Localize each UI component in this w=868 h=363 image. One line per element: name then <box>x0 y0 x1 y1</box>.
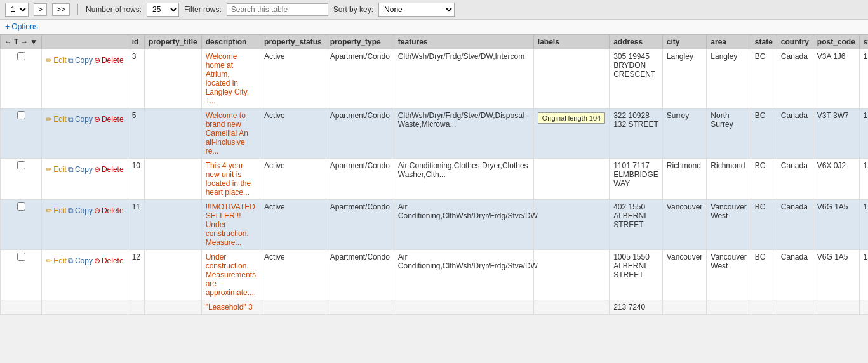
cell-city: Surrey <box>662 109 706 159</box>
cell-id: 5 <box>128 109 144 159</box>
copy-button[interactable]: ⧉Copy <box>68 206 93 215</box>
cell-property-title <box>144 159 201 200</box>
action-cell: ✏Edit⧉Copy⊖Delete <box>42 200 128 250</box>
delete-button[interactable]: ⊖Delete <box>94 56 124 65</box>
cell-status: 1 <box>859 50 868 109</box>
row-checkbox[interactable] <box>17 161 25 169</box>
cell-status: 1 <box>859 109 868 159</box>
cell-features: ClthWsh/Dryr/Frdg/Stve/DW,Disposal - Was… <box>394 109 533 159</box>
col-header-labels[interactable]: labels <box>533 35 609 50</box>
cell-id: 10 <box>128 159 144 200</box>
delete-label: Delete <box>102 165 124 174</box>
delete-label: Delete <box>102 56 124 65</box>
delete-button[interactable]: ⊖Delete <box>94 256 124 265</box>
col-header-description[interactable]: description <box>201 35 260 50</box>
edit-button[interactable]: ✏Edit <box>46 256 67 265</box>
edit-button[interactable]: ✏Edit <box>46 165 67 174</box>
table-row: ✏Edit⧉Copy⊖Delete3Welcome home at Atrium… <box>1 50 869 109</box>
row-checkbox[interactable] <box>17 52 25 60</box>
col-header-property-title[interactable]: property_title <box>144 35 201 50</box>
table-row: ✏Edit⧉Copy⊖Delete11!!!MOTIVATED SELLER!!… <box>1 200 869 250</box>
cell-city <box>662 300 706 315</box>
col-header-id[interactable]: id <box>128 35 144 50</box>
cell-features: ClthWsh/Dryr/Frdg/Stve/DW,Intercom <box>394 50 533 109</box>
checkbox-cell <box>1 300 42 315</box>
delete-label: Delete <box>102 256 124 265</box>
cell-description: This 4 year new unit is located in the h… <box>201 159 260 200</box>
col-header-country[interactable]: country <box>777 35 813 50</box>
edit-button[interactable]: ✏Edit <box>46 115 67 124</box>
delete-button[interactable]: ⊖Delete <box>94 206 124 215</box>
options-bar: + Options <box>0 20 868 34</box>
cell-state: BC <box>751 250 777 300</box>
table-row: ✏Edit⧉Copy⊖Delete5Welcome to brand new C… <box>1 109 869 159</box>
cell-property-status: Active <box>260 50 326 109</box>
delete-button[interactable]: ⊖Delete <box>94 165 124 174</box>
cell-id: 11 <box>128 200 144 250</box>
row-checkbox[interactable] <box>17 202 25 211</box>
cell-state: BC <box>751 200 777 250</box>
toolbar: 123 > >> Number of rows: 102550100 Filte… <box>0 0 868 20</box>
cell-property-status: Active <box>260 250 326 300</box>
col-header-status[interactable]: status <box>859 35 868 50</box>
cell-property-status <box>260 300 326 315</box>
cell-country: Canada <box>777 200 813 250</box>
cell-address: 402 1550 ALBERNI STREET <box>610 200 663 250</box>
cell-post-code: V3A 1J6 <box>813 50 859 109</box>
cell-country: Canada <box>777 250 813 300</box>
copy-button[interactable]: ⧉Copy <box>68 56 93 65</box>
page-select[interactable]: 123 <box>5 3 29 16</box>
table-row: "Leasehold" 3213 7240 <box>1 300 869 315</box>
cell-description: Welcome home at Atrium, located in Langl… <box>201 50 260 109</box>
col-header-property-status[interactable]: property_status <box>260 35 326 50</box>
col-header-post-code[interactable]: post_code <box>813 35 859 50</box>
cell-address: 305 19945 BRYDON CRESCENT <box>610 50 663 109</box>
table-wrap: ← T → ▼ id property_title description pr… <box>0 34 868 315</box>
col-header-address[interactable]: address <box>610 35 663 50</box>
search-input[interactable] <box>227 3 328 16</box>
nav-last-button[interactable]: >> <box>52 3 70 16</box>
delete-icon: ⊖ <box>94 115 100 124</box>
cell-labels <box>533 300 609 315</box>
action-cell <box>42 300 128 315</box>
row-checkbox[interactable] <box>17 111 25 119</box>
col-header-features[interactable]: features <box>394 35 533 50</box>
cell-property-title <box>144 200 201 250</box>
nav-next-button[interactable]: > <box>34 3 47 16</box>
edit-button[interactable]: ✏Edit <box>46 56 67 65</box>
col-header-city[interactable]: city <box>662 35 706 50</box>
row-checkbox[interactable] <box>17 253 25 261</box>
sort-t-icon[interactable]: T <box>14 37 18 46</box>
cell-status: 1 <box>859 159 868 200</box>
action-cell: ✏Edit⧉Copy⊖Delete <box>42 250 128 300</box>
delete-button[interactable]: ⊖Delete <box>94 115 124 124</box>
table-header-row: ← T → ▼ id property_title description pr… <box>1 35 869 50</box>
copy-button[interactable]: ⧉Copy <box>68 165 93 174</box>
col-header-area[interactable]: area <box>707 35 751 50</box>
sort-select[interactable]: None id property_title description prope… <box>378 3 455 16</box>
col-header-state[interactable]: state <box>751 35 777 50</box>
edit-button[interactable]: ✏Edit <box>46 206 67 215</box>
sort-label: Sort by key: <box>333 5 373 14</box>
cell-description: Welcome to brand new Camellia! An all-in… <box>201 109 260 159</box>
num-rows-select[interactable]: 102550100 <box>147 3 179 16</box>
options-link[interactable]: + Options <box>5 22 38 31</box>
copy-button[interactable]: ⧉Copy <box>68 115 93 124</box>
cell-property-title <box>144 250 201 300</box>
filter-label: Filter rows: <box>184 5 222 14</box>
left-arrow-icon: ← <box>4 37 12 46</box>
edit-label: Edit <box>53 56 67 65</box>
cell-city: Langley <box>662 50 706 109</box>
data-table: ← T → ▼ id property_title description pr… <box>0 34 868 315</box>
cell-country <box>777 300 813 315</box>
cell-property-status: Active <box>260 200 326 250</box>
cell-area: Langley <box>707 50 751 109</box>
cell-labels <box>533 250 609 300</box>
cell-area <box>707 300 751 315</box>
copy-button[interactable]: ⧉Copy <box>68 256 93 265</box>
edit-icon: ✏ <box>46 256 52 265</box>
col-header-property-type[interactable]: property_type <box>326 35 394 50</box>
action-cell: ✏Edit⧉Copy⊖Delete <box>42 159 128 200</box>
table-row: ✏Edit⧉Copy⊖Delete10This 4 year new unit … <box>1 159 869 200</box>
filter-icon[interactable]: ▼ <box>30 37 37 46</box>
